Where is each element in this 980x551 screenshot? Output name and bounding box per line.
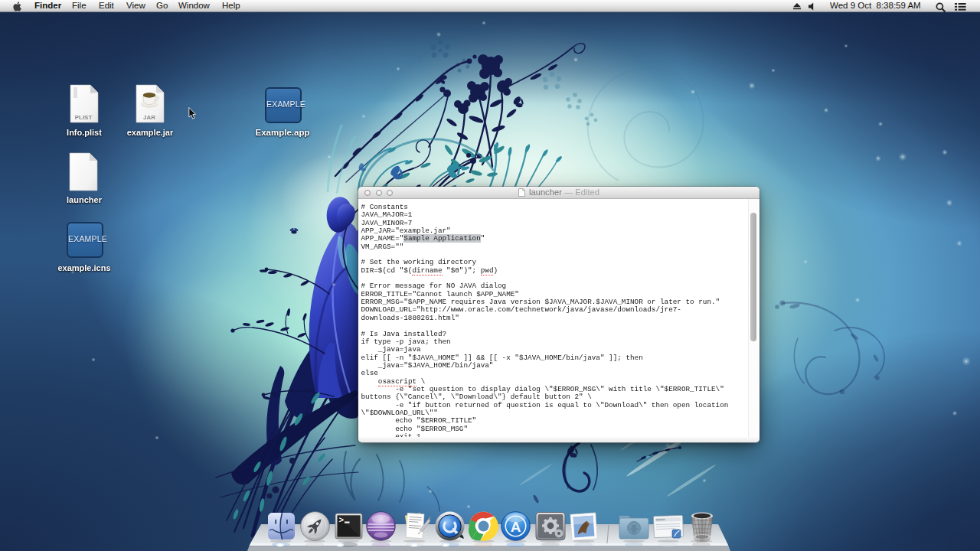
svg-text:PLIST: PLIST: [75, 114, 93, 121]
svg-text:A: A: [511, 519, 521, 535]
svg-text:>: >: [339, 515, 344, 524]
svg-text:JAR: JAR: [143, 114, 155, 121]
